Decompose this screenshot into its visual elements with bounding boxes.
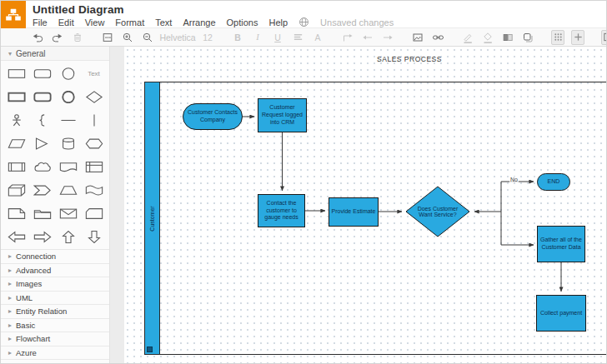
chevron-right-icon: ▸ [8, 335, 12, 342]
redo-button[interactable] [51, 30, 64, 45]
gradient-button[interactable] [501, 30, 514, 45]
menu-arrange[interactable]: Arrange [183, 17, 215, 27]
sidebar-section-uml[interactable]: ▸UML [1, 292, 109, 306]
sidebar-section-entity-relation[interactable]: ▸Entity Relation [1, 305, 109, 319]
sidebar-shape-arrow-down[interactable] [81, 228, 107, 246]
sidebar-shape-triangle[interactable] [29, 135, 55, 152]
sidebar-shape-folder[interactable] [29, 205, 55, 222]
sidebar-section-flowchart[interactable]: ▸Flowchart [1, 332, 109, 347]
document-title[interactable]: Untitled Diagram [33, 3, 124, 16]
sidebar-shape-envelope[interactable] [55, 205, 81, 222]
underline-button[interactable]: U [271, 30, 284, 45]
sidebar-shape-actor[interactable] [3, 112, 29, 129]
sidebar-shape-brace[interactable] [29, 112, 55, 129]
sidebar-shape-process[interactable] [3, 158, 29, 176]
node-end[interactable]: END [537, 173, 570, 191]
format-panel-toggle-button[interactable] [601, 30, 607, 45]
diagram-title-label[interactable]: SALES PROCESS [334, 55, 484, 63]
connection-style-button[interactable] [341, 30, 354, 45]
sidebar-section-images[interactable]: ▸Images [1, 277, 109, 292]
undo-button[interactable] [31, 30, 44, 45]
sidebar-shape-rectangle-bold[interactable] [3, 88, 29, 106]
sidebar-shape-card[interactable] [81, 205, 107, 222]
sidebar-sections: ▸Connection▸Advanced▸Images▸UML▸Entity R… [1, 249, 109, 364]
sidebar-shape-arrow-right[interactable] [29, 228, 55, 246]
sidebar-shape-trapezoid[interactable] [55, 182, 81, 199]
sidebar-shape-arrow-left[interactable] [3, 228, 29, 246]
zoom-in-button[interactable] [121, 30, 134, 45]
align-button[interactable] [291, 30, 304, 45]
sidebar-section-basic[interactable]: ▸Basic [1, 319, 109, 333]
sidebar-shape-rectangle[interactable] [3, 65, 29, 82]
general-section-label: General [16, 49, 46, 58]
lane-collapse-icon[interactable] [147, 347, 153, 352]
bold-button[interactable]: B [231, 30, 244, 45]
toolbar: Helvetica 12 B I U A [1, 28, 607, 47]
sidebar-section-advanced[interactable]: ▸Advanced [1, 264, 109, 278]
sidebar-shape-step[interactable] [29, 182, 55, 199]
font-family-select[interactable]: Helvetica [171, 30, 184, 45]
swimlane-header[interactable]: Customer [145, 82, 160, 354]
arrow-end-button[interactable] [381, 30, 394, 45]
sidebar-shape-parallelogram[interactable] [3, 135, 29, 152]
sidebar-shape-hexagon[interactable] [81, 135, 107, 152]
sidebar-shape-note[interactable] [3, 205, 29, 222]
node-gather-customer-data[interactable]: Gather all of the Customer Data [537, 226, 585, 262]
sidebar-shape-circle-bold[interactable] [55, 88, 81, 106]
sidebar-section-general[interactable]: ▾ General [1, 47, 109, 61]
sidebar-shape-ellipse[interactable] [55, 65, 81, 82]
drawio-window: Untitled Diagram FileEditViewFormatTextA… [0, 0, 607, 364]
line-color-button[interactable] [461, 30, 474, 45]
sidebar-shape-internal-storage[interactable] [81, 158, 107, 176]
text-shape-label: Text [88, 70, 100, 77]
menu-text[interactable]: Text [155, 17, 172, 27]
language-globe-icon[interactable] [298, 17, 309, 27]
sidebar-shape-text[interactable]: Text [81, 65, 107, 82]
grid-toggle-button[interactable] [551, 30, 564, 45]
sidebar-shape-diamond[interactable] [81, 88, 107, 106]
sidebar-section-connection[interactable]: ▸Connection [1, 250, 109, 264]
menu-format[interactable]: Format [115, 17, 144, 27]
arrow-start-button[interactable] [361, 30, 374, 45]
insert-link-button[interactable] [431, 30, 444, 45]
sidebar-shape-rounded-rectangle-bold[interactable] [29, 88, 55, 106]
shadow-button[interactable] [521, 30, 534, 45]
node-provide-estimate[interactable]: Provide Estimate [329, 197, 379, 227]
sidebar-shape-document[interactable] [55, 158, 81, 176]
font-color-button[interactable]: A [311, 30, 324, 45]
sidebar-shape-cloud[interactable] [29, 158, 55, 176]
edge-label-no[interactable]: No [509, 177, 519, 182]
node-does-customer-want-service[interactable]: Does Customer Want Service? [405, 186, 470, 237]
sidebar-shape-cube[interactable] [3, 182, 29, 199]
sidebar-scroll-gutter[interactable] [109, 47, 124, 364]
node-customer-contacts-company[interactable]: Customer Contacts Company [183, 103, 243, 130]
menu-file[interactable]: File [33, 17, 48, 27]
menu-edit[interactable]: Edit [58, 17, 74, 27]
node-collect-payment[interactable]: Collect payment [536, 295, 586, 332]
font-size-select[interactable]: 12 [201, 30, 214, 45]
sidebar-shape-vertical-line[interactable] [81, 112, 107, 129]
sidebar-shape-rounded-rectangle[interactable] [29, 65, 55, 82]
insert-shape-button[interactable] [571, 30, 584, 45]
zoom-fit-button[interactable] [101, 30, 114, 45]
sidebar-section-bpmn-general[interactable]: ▸BPMN General [1, 360, 109, 364]
hexagon-icon [85, 137, 103, 150]
section-label: Flowchart [16, 334, 50, 343]
menu-options[interactable]: Options [227, 17, 258, 27]
menu-view[interactable]: View [85, 17, 105, 27]
menu-items: FileEditViewFormatTextArrangeOptionsHelp [33, 17, 288, 27]
insert-image-button[interactable] [411, 30, 424, 45]
italic-button[interactable]: I [251, 30, 264, 45]
delete-button[interactable] [71, 30, 84, 45]
sidebar-shape-cylinder[interactable] [55, 135, 81, 152]
node-contact-customer[interactable]: Contact the customer to gauge needs [258, 194, 305, 227]
zoom-out-button[interactable] [141, 30, 154, 45]
diagram-canvas[interactable]: SALES PROCESS Customer [124, 47, 607, 364]
sidebar-shape-arrow-up[interactable] [55, 228, 81, 246]
node-customer-request-logged[interactable]: Customer Request logged into CRM [258, 98, 307, 132]
menu-help[interactable]: Help [268, 17, 288, 27]
sidebar-shape-tape[interactable] [81, 182, 107, 199]
fill-color-button[interactable] [481, 30, 494, 45]
sidebar-shape-horizontal-line[interactable] [55, 112, 81, 129]
sidebar-section-azure[interactable]: ▸Azure [1, 347, 109, 361]
